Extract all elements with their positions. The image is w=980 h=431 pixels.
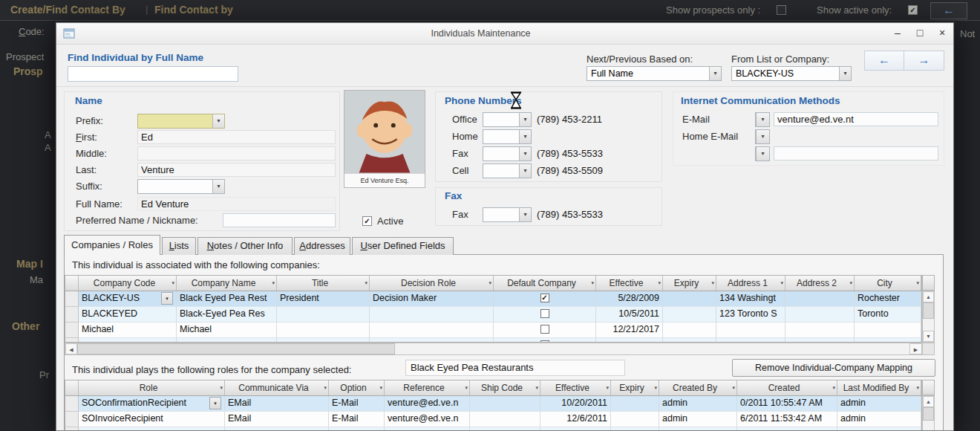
cell-created[interactable]: 0/2011 10:55:47 AM	[737, 396, 837, 412]
dropdown-arrow-icon[interactable]: ▾	[519, 113, 531, 126]
column-header-role[interactable]: Role▾	[79, 380, 225, 395]
tab-lists[interactable]: Lists	[162, 237, 196, 255]
row-selector[interactable]	[65, 291, 79, 307]
full-name-field[interactable]: Ed Venture	[137, 197, 336, 211]
email-value-field[interactable]: venture@ed.ve.nt	[774, 112, 938, 126]
next-previous-select[interactable]: Full Name ▾	[587, 66, 722, 81]
cell-created[interactable]: 6/2011 11:53:42 AM	[737, 412, 837, 427]
from-list-select[interactable]: BLACKEY-US ▾	[731, 66, 852, 81]
suffix-select[interactable]: ▾	[137, 179, 225, 194]
cell[interactable]	[611, 427, 659, 431]
dropdown-arrow-icon[interactable]: ▾	[756, 147, 769, 161]
dropdown-arrow-icon[interactable]: ▾	[519, 147, 531, 161]
cell-expiry[interactable]	[611, 396, 659, 412]
row-selector[interactable]	[65, 427, 79, 431]
companies-row[interactable]: BLACKEYED Black-Eyed Pea Res 10/5/2011 1…	[65, 307, 921, 323]
cell-city[interactable]: Rochester	[855, 291, 921, 307]
column-filter-icon[interactable]: ▾	[220, 380, 223, 395]
roles-vertical-scrollbar[interactable]: ▲	[922, 395, 935, 431]
column-header-company-name[interactable]: Company Name▾	[177, 276, 277, 291]
cell-last-modified-by[interactable]: admin	[837, 412, 921, 427]
cell[interactable]	[659, 427, 737, 431]
cell-effective[interactable]: 5/28/2009	[596, 291, 663, 307]
column-filter-icon[interactable]: ▾	[832, 380, 835, 395]
cell-address1[interactable]: 123 Toronto S	[716, 307, 785, 323]
column-filter-icon[interactable]: ▾	[379, 380, 382, 395]
companies-row[interactable]: ▾BLACKEY-US Black Eyed Pea Rest Presiden…	[65, 291, 921, 307]
active-checkbox[interactable]: ✓	[362, 216, 372, 226]
cell-address2[interactable]	[785, 291, 855, 307]
cell-decision-role[interactable]	[370, 323, 494, 338]
tab-companies-roles[interactable]: Companies / Roles	[64, 235, 160, 255]
column-header-option[interactable]: Option▾	[329, 380, 385, 395]
column-filter-icon[interactable]: ▾	[272, 276, 275, 291]
roles-row[interactable]: ▾SOConfirmationRecipient EMail E-Mail ve…	[65, 396, 921, 412]
cell-default-company[interactable]	[494, 323, 596, 338]
column-header-effective[interactable]: Effective▾	[540, 380, 611, 395]
column-filter-icon[interactable]: ▾	[489, 276, 491, 291]
minimize-button[interactable]: –	[886, 25, 909, 42]
show-prospects-checkbox[interactable]	[777, 5, 786, 15]
companies-row[interactable]: Michael Michael 12/21/2017	[65, 323, 921, 338]
fax-value[interactable]: (789) 453-5533	[537, 209, 603, 220]
cell-communicate-via[interactable]: EMail	[225, 412, 329, 427]
row-selector[interactable]	[65, 323, 79, 338]
column-filter-icon[interactable]: ▾	[465, 380, 468, 395]
column-header-last-modified-by[interactable]: Last Modified By▾	[837, 380, 921, 395]
column-header-default-company[interactable]: Default Company▾	[494, 276, 596, 291]
cell-company-code[interactable]: Michael	[79, 323, 177, 338]
fax-type-select[interactable]: ▾	[483, 207, 532, 222]
default-company-checkbox[interactable]: ✓	[540, 294, 549, 302]
cell-phone-value[interactable]: (789) 453-5509	[537, 165, 603, 176]
column-filter-icon[interactable]: ▾	[916, 380, 919, 395]
column-header-expiry[interactable]: Expiry▾	[611, 380, 659, 395]
tab-addresses[interactable]: Addresses	[294, 237, 350, 255]
cell-phone-type-select[interactable]: ▾	[483, 163, 532, 178]
cell-city[interactable]	[855, 323, 921, 338]
cell-last-modified-by[interactable]: admin	[837, 396, 921, 412]
dropdown-arrow-icon[interactable]: ▾	[839, 67, 851, 80]
cell-effective[interactable]: 10/20/2011	[540, 396, 611, 412]
column-header-ship-code[interactable]: Ship Code▾	[470, 380, 540, 395]
home-phone-type-select[interactable]: ▾	[483, 129, 532, 144]
cell-company-name[interactable]: Black-Eyed Pea Res	[177, 307, 277, 323]
cell[interactable]	[470, 427, 540, 431]
scrollbar-thumb[interactable]	[923, 407, 934, 421]
cell[interactable]	[385, 427, 470, 431]
cell-company-code[interactable]: BLACKEYED	[79, 307, 177, 323]
maximize-button[interactable]: □	[909, 25, 931, 42]
tab-notes-other-info[interactable]: Notes / Other Info	[197, 237, 293, 255]
cell-address1[interactable]	[716, 323, 785, 338]
close-button[interactable]: ×	[931, 25, 953, 42]
cell-role[interactable]: ▾SOConfirmationRecipient	[79, 396, 225, 412]
row-selector[interactable]	[65, 396, 79, 412]
preferred-name-field[interactable]	[223, 213, 336, 227]
office-phone-type-select[interactable]: ▾	[483, 112, 532, 127]
column-filter-icon[interactable]: ▾	[172, 276, 174, 291]
scroll-left-button[interactable]: ◀	[65, 343, 77, 354]
row-selector[interactable]	[65, 307, 79, 323]
column-header-address1[interactable]: Address 1▾	[716, 276, 785, 291]
office-phone-value[interactable]: (789) 453-2211	[537, 114, 602, 125]
cell-address1[interactable]: 134 Washingt	[716, 291, 785, 307]
default-company-checkbox[interactable]	[540, 325, 549, 334]
column-header-reference[interactable]: Reference▾	[385, 380, 470, 395]
column-header-address2[interactable]: Address 2▾	[785, 276, 855, 291]
scroll-down-button[interactable]: ▼	[923, 331, 934, 342]
scrollbar-thumb[interactable]	[77, 343, 395, 354]
cell-effective[interactable]: 12/21/2017	[596, 323, 663, 338]
row-selector-header[interactable]	[65, 380, 79, 395]
column-header-expiry[interactable]: Expiry▾	[663, 276, 716, 291]
back-button[interactable]: ←	[930, 2, 967, 19]
cell-company-name[interactable]: Michael	[177, 323, 277, 338]
cell-created-by[interactable]: admin	[659, 396, 737, 412]
dropdown-arrow-icon[interactable]: ▾	[209, 397, 221, 409]
column-filter-icon[interactable]: ▾	[535, 380, 538, 395]
last-name-field[interactable]: Venture	[137, 163, 336, 177]
column-header-effective[interactable]: Effective▾	[596, 276, 663, 291]
roles-row[interactable]: SOInvoiceRecipient EMail E-Mail venture@…	[65, 412, 921, 427]
row-selector[interactable]	[65, 412, 79, 427]
scrollbar-thumb[interactable]	[923, 302, 934, 319]
cell-reference[interactable]: venture@ed.ve.n	[385, 396, 470, 412]
dropdown-arrow-icon[interactable]: ▾	[756, 130, 769, 143]
